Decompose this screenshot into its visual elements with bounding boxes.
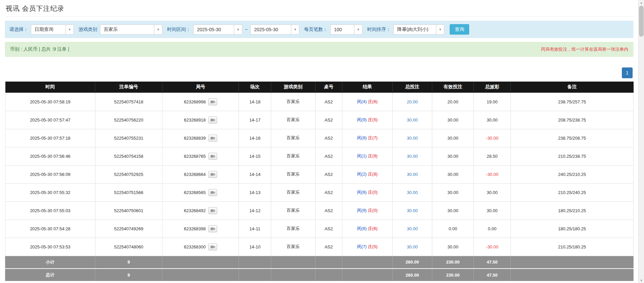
- result-banker: 庄(6): [367, 226, 378, 231]
- footer-empty-session: [239, 256, 271, 269]
- total-bet-link[interactable]: 30.00: [407, 117, 418, 123]
- cell-remark: 180.25/210.25: [511, 201, 634, 220]
- vertical-scrollbar[interactable]: ▲ ▼: [638, 0, 644, 283]
- cell-payout: -30.00: [474, 165, 511, 183]
- pagination: 1: [5, 67, 633, 78]
- cell-bet-id: 522540751566: [95, 183, 162, 201]
- cell-round: 623268398: [162, 220, 239, 238]
- time-sort-dropdown[interactable]: 降幂(由大到小) ▼: [393, 25, 444, 35]
- page: 视讯 会员下注纪录 请选择： 日期查询 ▼ 游戏类别 百家乐 ▼ 时间区间： 2…: [0, 0, 638, 282]
- cell-game-type: 百家乐: [271, 111, 315, 129]
- cell-valid-bet: 30.00: [432, 201, 474, 220]
- cell-remark: 238.75/208.75: [511, 129, 634, 147]
- video-replay-button[interactable]: [208, 116, 217, 124]
- column-header-10: 备注: [511, 82, 634, 93]
- scroll-up-icon[interactable]: ▲: [639, 0, 644, 5]
- cell-game-type: 百家乐: [271, 220, 315, 238]
- cell-game-type: 百家乐: [271, 129, 315, 147]
- chevron-down-icon[interactable]: ▼: [234, 25, 242, 34]
- page-1-button[interactable]: 1: [622, 67, 633, 78]
- filter-bar: 请选择： 日期查询 ▼ 游戏类别 百家乐 ▼ 时间区间： 2025-05-30 …: [5, 21, 633, 38]
- video-replay-button[interactable]: [208, 189, 217, 196]
- total-bet-link[interactable]: 30.00: [407, 172, 418, 177]
- select-type-value: 日期查询: [31, 25, 65, 34]
- total-bet-link[interactable]: 30.00: [407, 136, 418, 141]
- column-header-9: 总派彩: [474, 82, 511, 93]
- cell-total-bet: 30.00: [393, 220, 432, 238]
- cell-round: 623268565: [162, 183, 239, 201]
- total-bet-link[interactable]: 30.00: [407, 208, 418, 213]
- cell-result: 闲(1) 庄(9): [342, 147, 393, 165]
- time-sort-label: 时间排序：: [367, 27, 391, 33]
- cell-payout: 30.00: [474, 183, 511, 201]
- chevron-down-icon[interactable]: ▼: [354, 25, 362, 34]
- footer-empty-round: [162, 269, 239, 281]
- game-type-value: 百家乐: [100, 25, 154, 34]
- table-row: 2025-05-30 07:53:53522540748060623268300…: [5, 238, 634, 256]
- scroll-down-icon[interactable]: ▼: [639, 278, 644, 283]
- footer-empty-result: [342, 269, 393, 281]
- scrollbar-thumb[interactable]: [639, 6, 644, 37]
- cell-time: 2025-05-30 07:56:46: [5, 147, 95, 165]
- chevron-down-icon[interactable]: ▼: [154, 25, 162, 34]
- cell-result: 闲(9) 庄(0): [342, 201, 393, 220]
- bet-records-table: 时间注单编号局号场次游戏类别桌号结果总投注有效投注总派彩备注 2025-05-3…: [5, 82, 634, 282]
- column-header-6: 结果: [342, 82, 393, 93]
- round-number: 623268664: [184, 172, 206, 177]
- result-player: 闲(6): [357, 226, 367, 231]
- result-banker: 庄(6): [367, 99, 378, 104]
- cell-table-no: AS2: [315, 165, 342, 183]
- select-type-dropdown[interactable]: 日期查询 ▼: [31, 25, 74, 35]
- cell-table-no: AS2: [315, 93, 342, 111]
- video-replay-button[interactable]: [208, 225, 217, 232]
- time-range-label: 时间区间：: [167, 27, 191, 33]
- cell-result: 闲(4) 庄(6): [342, 93, 393, 111]
- round-number: 623268839: [184, 136, 206, 141]
- cell-time: 2025-05-30 07:55:03: [5, 201, 95, 220]
- cell-result: 闲(8) 庄(7): [342, 129, 393, 147]
- video-replay-button[interactable]: [208, 153, 217, 160]
- chevron-down-icon[interactable]: ▼: [436, 25, 444, 34]
- per-page-dropdown[interactable]: 100 ▼: [330, 25, 362, 35]
- cell-time: 2025-05-30 07:55:32: [5, 183, 95, 201]
- round-number-wrap: 623268918: [184, 116, 217, 124]
- cell-table-no: AS2: [315, 129, 342, 147]
- footer-payout: 47.50: [474, 256, 511, 269]
- chevron-down-icon[interactable]: ▼: [65, 25, 73, 34]
- table-row: 2025-05-30 07:56:09522540752925623268664…: [5, 165, 634, 183]
- summary-bar: 币别 : 人民币 | 总共 :9 注单 | 同局有效投注，统一计算在该局第一张注…: [5, 42, 633, 57]
- total-bet-link[interactable]: 20.00: [407, 99, 418, 104]
- footer-empty-game: [271, 256, 315, 269]
- video-replay-button[interactable]: [208, 135, 217, 142]
- date-from-picker[interactable]: 2025-05-30 ▼: [193, 25, 242, 35]
- search-button[interactable]: 查询: [450, 24, 469, 35]
- total-bet-link[interactable]: 30.00: [407, 244, 418, 249]
- result-banker: 庄(0): [367, 208, 378, 213]
- total-bet-link[interactable]: 30.00: [407, 154, 418, 159]
- chevron-down-icon[interactable]: ▼: [291, 25, 299, 34]
- cell-table-no: AS2: [315, 183, 342, 201]
- game-type-dropdown[interactable]: 百家乐 ▼: [100, 25, 162, 35]
- video-replay-button[interactable]: [208, 171, 217, 178]
- table-footer-row: 总计9260.00230.0047.50: [5, 269, 634, 281]
- cell-bet-id: 522540750601: [95, 201, 162, 220]
- cell-total-bet: 30.00: [393, 129, 432, 147]
- cell-total-bet: 20.00: [393, 93, 432, 111]
- date-to-picker[interactable]: 2025-05-30 ▼: [250, 25, 299, 35]
- table-footer-row: 小计9260.00230.0047.50: [5, 256, 634, 269]
- cell-session: 14-15: [239, 147, 271, 165]
- round-number-wrap: 623268839: [184, 135, 217, 142]
- cell-payout: 30.00: [474, 111, 511, 129]
- total-bet-link[interactable]: 30.00: [407, 226, 418, 231]
- video-replay-button[interactable]: [208, 243, 217, 250]
- total-bet-link[interactable]: 30.00: [407, 190, 418, 195]
- round-number: 623268998: [184, 99, 206, 104]
- cell-table-no: AS2: [315, 111, 342, 129]
- video-replay-button[interactable]: [208, 207, 217, 214]
- result-player: 闲(9): [357, 208, 367, 213]
- cell-round: 623268765: [162, 147, 239, 165]
- video-replay-button[interactable]: [208, 98, 217, 105]
- page-title: 视讯 会员下注纪录: [6, 4, 633, 13]
- table-header: 时间注单编号局号场次游戏类别桌号结果总投注有效投注总派彩备注: [5, 82, 634, 93]
- cell-valid-bet: 20.00: [432, 93, 474, 111]
